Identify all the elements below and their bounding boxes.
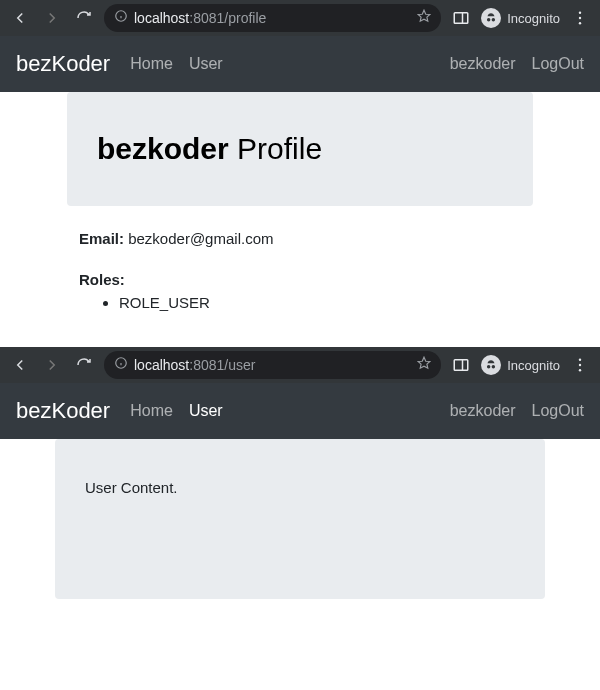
nav-links-right: bezkoder LogOut	[450, 55, 584, 73]
reload-button[interactable]	[72, 353, 96, 377]
user-content-text: User Content.	[85, 479, 515, 496]
role-item: ROLE_USER	[119, 294, 576, 311]
user-content: User Content.	[0, 439, 600, 611]
browser-menu-button[interactable]	[568, 353, 592, 377]
panel-icon[interactable]	[449, 353, 473, 377]
back-button[interactable]	[8, 353, 32, 377]
svg-rect-4	[454, 13, 468, 24]
profile-email-row: Email: bezkoder@gmail.com	[12, 230, 588, 259]
user-content-card: User Content.	[55, 439, 545, 599]
bookmark-star-icon[interactable]	[417, 9, 431, 27]
brand-logo[interactable]: bezKoder	[16, 398, 110, 424]
roles-list: ROLE_USER	[79, 294, 576, 311]
nav-link-home[interactable]: Home	[130, 55, 173, 73]
back-button[interactable]	[8, 6, 32, 30]
nav-link-user[interactable]: User	[189, 55, 223, 73]
panel-icon[interactable]	[449, 6, 473, 30]
nav-link-username[interactable]: bezkoder	[450, 55, 516, 73]
url-text: localhost:8081/profile	[134, 10, 411, 26]
browser-menu-button[interactable]	[568, 6, 592, 30]
site-info-icon[interactable]	[114, 9, 128, 27]
svg-marker-3	[418, 10, 430, 21]
site-info-icon[interactable]	[114, 356, 128, 374]
browser-window-top: localhost:8081/profile Incognito bezKode…	[0, 0, 600, 335]
nav-link-logout[interactable]: LogOut	[532, 402, 584, 420]
app-navbar: bezKoder Home User bezkoder LogOut	[0, 383, 600, 439]
incognito-badge: Incognito	[481, 355, 560, 375]
browser-toolbar: localhost:8081/user Incognito	[0, 347, 600, 383]
browser-window-bottom: localhost:8081/user Incognito bezKoder H…	[0, 347, 600, 611]
url-text: localhost:8081/user	[134, 357, 411, 373]
svg-point-7	[579, 17, 581, 19]
nav-link-logout[interactable]: LogOut	[532, 55, 584, 73]
forward-button[interactable]	[40, 6, 64, 30]
nav-link-username[interactable]: bezkoder	[450, 402, 516, 420]
reload-button[interactable]	[72, 6, 96, 30]
svg-point-16	[579, 364, 581, 366]
nav-links-left: Home User	[130, 402, 450, 420]
forward-button[interactable]	[40, 353, 64, 377]
svg-point-6	[579, 12, 581, 14]
nav-link-user[interactable]: User	[189, 402, 223, 420]
profile-email-value: bezkoder@gmail.com	[128, 230, 273, 247]
profile-title: bezkoder Profile	[97, 132, 503, 166]
app-navbar: bezKoder Home User bezkoder LogOut	[0, 36, 600, 92]
bookmark-star-icon[interactable]	[417, 356, 431, 374]
svg-rect-13	[454, 360, 468, 371]
browser-toolbar: localhost:8081/profile Incognito	[0, 0, 600, 36]
nav-links-right: bezkoder LogOut	[450, 402, 584, 420]
address-bar[interactable]: localhost:8081/profile	[104, 4, 441, 32]
brand-logo[interactable]: bezKoder	[16, 51, 110, 77]
profile-content: bezkoder Profile Email: bezkoder@gmail.c…	[0, 92, 600, 335]
profile-roles-row: Roles: ROLE_USER	[12, 259, 588, 323]
address-bar[interactable]: localhost:8081/user	[104, 351, 441, 379]
svg-point-17	[579, 369, 581, 371]
incognito-icon	[481, 355, 501, 375]
profile-header-card: bezkoder Profile	[67, 92, 533, 206]
nav-link-home[interactable]: Home	[130, 402, 173, 420]
svg-marker-12	[418, 357, 430, 368]
svg-point-15	[579, 359, 581, 361]
svg-point-8	[579, 22, 581, 24]
nav-links-left: Home User	[130, 55, 450, 73]
incognito-icon	[481, 8, 501, 28]
incognito-badge: Incognito	[481, 8, 560, 28]
